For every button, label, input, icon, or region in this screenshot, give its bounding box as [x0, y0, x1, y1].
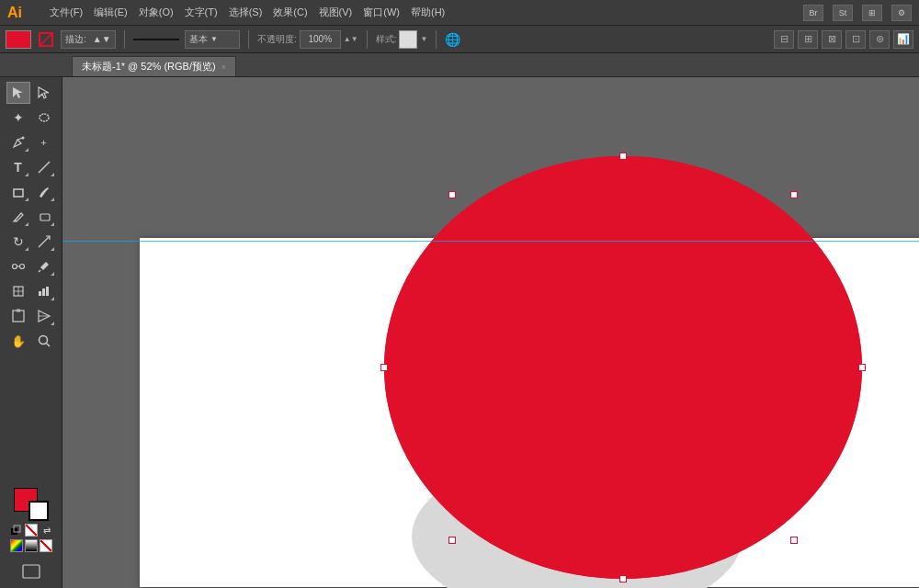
screen-mode-button[interactable]: [19, 560, 43, 582]
guide-line-horizontal: [62, 241, 919, 242]
eraser-tool-button[interactable]: [32, 206, 56, 228]
type-tool-button[interactable]: T: [6, 156, 30, 178]
pencil-tool-button[interactable]: [6, 206, 30, 228]
handle-bottom-left[interactable]: [448, 537, 456, 544]
blend-tool-button[interactable]: [6, 255, 30, 277]
ai-logo: Ai: [7, 5, 35, 21]
swap-colors-button[interactable]: ⇄: [40, 524, 53, 537]
artboard-tools-row: [0, 304, 62, 328]
handle-top-left[interactable]: [448, 191, 456, 198]
pathfinder-icon[interactable]: ⊛: [869, 30, 890, 49]
extra-tools-row: [0, 559, 62, 584]
color-mode-controls: [10, 539, 52, 552]
color-area: ⇄: [0, 482, 62, 554]
handle-left-center[interactable]: [380, 364, 388, 371]
gradient-button[interactable]: [25, 539, 38, 552]
magic-wand-button[interactable]: ✦: [6, 107, 30, 129]
separator4: [436, 30, 437, 49]
style-arrow[interactable]: ▼: [420, 35, 427, 43]
menu-select[interactable]: 选择(S): [229, 6, 263, 19]
menu-window[interactable]: 窗口(W): [363, 6, 400, 19]
shape-tools-row: [0, 180, 62, 204]
menu-effect[interactable]: 效果(C): [273, 6, 307, 19]
hand-tool-button[interactable]: ✋: [6, 330, 30, 352]
direct-selection-tool-button[interactable]: [32, 82, 56, 104]
svg-rect-26: [23, 565, 40, 578]
handle-bottom-center[interactable]: [619, 575, 627, 582]
bridge-icon[interactable]: Br: [803, 5, 823, 21]
handle-right-center[interactable]: [858, 364, 866, 371]
separator2: [248, 30, 249, 49]
color-controls: ⇄: [9, 524, 53, 537]
default-colors-button[interactable]: [9, 524, 22, 537]
shape-tool-button[interactable]: [6, 181, 30, 203]
canvas-area[interactable]: [62, 77, 919, 588]
svg-rect-15: [39, 291, 41, 296]
title-bar: Ai 文件(F) 编辑(E) 对象(O) 文字(T) 选择(S) 效果(C) 视…: [0, 0, 919, 26]
selection-tools-row: [0, 81, 62, 105]
handle-top-center[interactable]: [619, 153, 627, 160]
line-style-dropdown[interactable]: 基本 ▼: [185, 30, 240, 49]
menu-type[interactable]: 文字(T): [185, 6, 218, 19]
tab-close-button[interactable]: ×: [221, 62, 226, 72]
stroke-swatch[interactable]: [28, 501, 49, 521]
left-toolbar: ✦ + T: [0, 77, 62, 588]
lasso-button[interactable]: [32, 107, 56, 129]
wand-lasso-row: ✦: [0, 106, 62, 130]
line-tool-button[interactable]: [32, 156, 56, 178]
type-tools-row: T: [0, 155, 62, 179]
menu-object[interactable]: 对象(O): [139, 6, 174, 19]
color-button[interactable]: [10, 539, 23, 552]
chart-icon[interactable]: 📊: [893, 30, 913, 49]
arrange-icon[interactable]: ⊟: [774, 30, 794, 49]
svg-point-22: [39, 336, 47, 345]
document-tab[interactable]: 未标题-1* @ 52% (RGB/预览) ×: [72, 56, 236, 76]
layout-icon[interactable]: ⊞: [862, 5, 882, 21]
main-area: ✦ + T: [0, 77, 919, 588]
svg-line-11: [39, 270, 40, 272]
opacity-input[interactable]: [300, 30, 341, 49]
opacity-arrow[interactable]: ▲▼: [344, 35, 358, 43]
svg-rect-16: [42, 288, 45, 296]
handle-top-right[interactable]: [790, 191, 798, 198]
selection-tool-button[interactable]: [6, 82, 30, 104]
none-button2[interactable]: [40, 539, 52, 552]
rotate-tools-row: ↻: [0, 230, 62, 254]
stock-icon[interactable]: St: [833, 5, 853, 21]
menu-view[interactable]: 视图(V): [319, 6, 353, 19]
menu-edit[interactable]: 编辑(E): [94, 6, 128, 19]
separator1: [124, 30, 125, 49]
style-swatch[interactable]: [399, 30, 417, 49]
transform-icon[interactable]: ⊡: [845, 30, 866, 49]
stroke-icon: [37, 30, 55, 49]
svg-line-4: [39, 162, 50, 173]
search-icon[interactable]: ⚙: [891, 5, 912, 21]
menu-file[interactable]: 文件(F): [50, 6, 83, 19]
eyedropper-tool-button[interactable]: [32, 255, 56, 277]
stroke-dropdown[interactable]: 描边: ▲▼: [61, 30, 116, 49]
paintbrush-tool-button[interactable]: [32, 181, 56, 203]
align-icon[interactable]: ⊞: [798, 30, 818, 49]
right-toolbar-icons: ⊟ ⊞ ⊠ ⊡ ⊛ 📊: [774, 30, 913, 49]
opacity-control: 不透明度: ▲▼: [257, 30, 358, 49]
artboard-tool-button[interactable]: [6, 305, 30, 327]
handle-bottom-right[interactable]: [790, 537, 798, 544]
anchor-point-button[interactable]: +: [32, 131, 56, 153]
none-color-button[interactable]: [25, 524, 38, 537]
svg-line-1: [40, 33, 52, 46]
zoom-tool-button[interactable]: [32, 330, 56, 352]
scale-tool-button[interactable]: [32, 231, 56, 253]
mesh-tool-button[interactable]: [6, 280, 30, 302]
svg-rect-18: [13, 311, 24, 322]
rotate-tool-button[interactable]: ↻: [6, 231, 30, 253]
globe-icon[interactable]: 🌐: [445, 32, 460, 47]
fill-color-swatch[interactable]: [6, 30, 31, 49]
svg-point-2: [40, 114, 49, 121]
menu-help[interactable]: 帮助(H): [411, 6, 445, 19]
distribute-icon[interactable]: ⊠: [822, 30, 842, 49]
separator3: [367, 30, 368, 49]
color-swatch-stack: [14, 488, 49, 521]
chart-tool-button[interactable]: [32, 280, 56, 302]
pen-tool-button[interactable]: [6, 131, 30, 153]
slice-tool-button[interactable]: [32, 305, 56, 327]
